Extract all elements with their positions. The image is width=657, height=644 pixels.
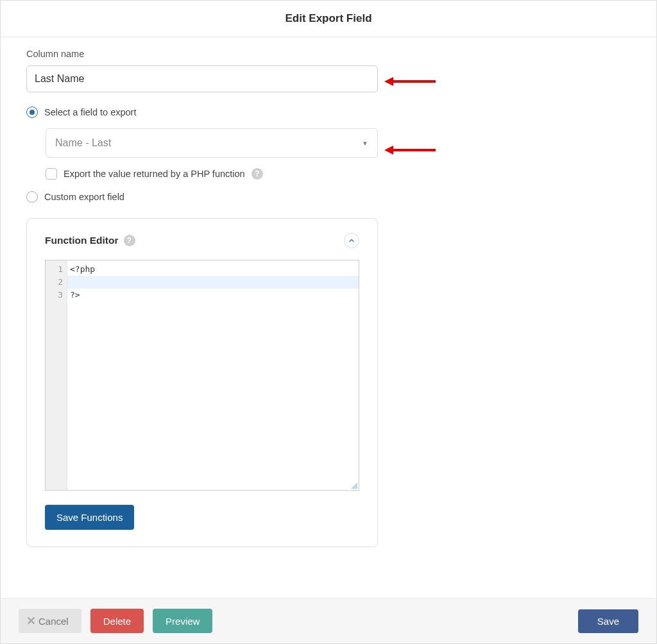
custom-export-radio-row[interactable]: Custom export field [26, 191, 631, 203]
dialog-content: Column name Select a field to export Nam… [1, 37, 656, 560]
custom-export-radio-label: Custom export field [44, 192, 124, 202]
php-function-checkbox-row[interactable]: Export the value returned by a PHP funct… [46, 168, 631, 180]
close-icon: ✕ [26, 615, 36, 627]
delete-button[interactable]: Delete [90, 609, 144, 633]
radio-icon-checked [26, 106, 38, 118]
chevron-up-icon [348, 237, 355, 244]
function-editor-header: Function Editor ? [45, 233, 359, 248]
function-editor-panel: Function Editor ? 1 2 3 <?php ?> Sa [26, 218, 378, 547]
checkbox-icon [46, 168, 57, 180]
line-number: 3 [46, 289, 67, 301]
select-field-radio-row[interactable]: Select a field to export [26, 106, 631, 118]
dialog-title: Edit Export Field [1, 12, 656, 25]
code-line: <?php [67, 263, 359, 276]
column-name-input[interactable] [26, 65, 378, 92]
select-field-options: Name - Last ▼ Export the value returned … [26, 128, 631, 180]
preview-button[interactable]: Preview [153, 609, 212, 633]
dialog-footer: ✕ Cancel Delete Preview Save [1, 598, 656, 643]
help-icon[interactable]: ? [252, 168, 263, 180]
save-functions-button[interactable]: Save Functions [45, 505, 134, 530]
help-icon[interactable]: ? [124, 235, 135, 246]
save-button[interactable]: Save [578, 609, 638, 633]
line-number: 1 [46, 263, 67, 276]
php-function-checkbox-label: Export the value returned by a PHP funct… [64, 169, 245, 179]
select-field-radio-label: Select a field to export [44, 107, 136, 117]
function-editor-title: Function Editor [45, 235, 119, 246]
field-select-dropdown[interactable]: Name - Last ▼ [46, 128, 378, 158]
column-name-label: Column name [26, 49, 631, 59]
cancel-button[interactable]: ✕ Cancel [19, 609, 81, 633]
code-line-active [67, 276, 359, 289]
code-line: ?> [67, 289, 359, 301]
resize-handle-icon[interactable] [351, 482, 357, 489]
code-editor[interactable]: 1 2 3 <?php ?> [45, 260, 359, 491]
code-area[interactable]: <?php ?> [67, 260, 359, 490]
line-number: 2 [46, 276, 67, 289]
dialog-header: Edit Export Field [1, 1, 656, 37]
cancel-button-label: Cancel [38, 616, 69, 627]
field-select-value: Name - Last [55, 137, 111, 149]
code-gutter: 1 2 3 [46, 260, 67, 490]
chevron-down-icon: ▼ [362, 140, 368, 147]
radio-icon-unchecked [26, 191, 38, 203]
collapse-button[interactable] [344, 233, 359, 248]
